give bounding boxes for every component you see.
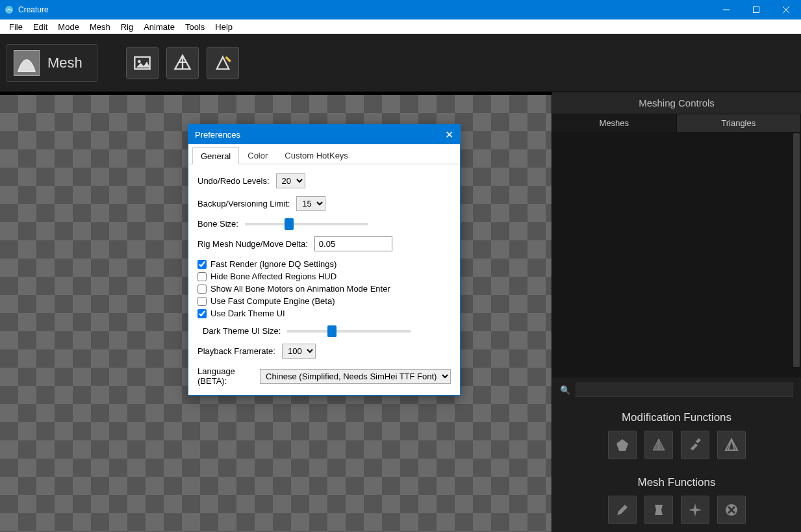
panel-title: Meshing Controls [552, 92, 801, 114]
show-bone-motors-label: Show All Bone Motors on Animation Mode E… [210, 284, 390, 294]
hide-bone-hud-label: Hide Bone Affected Regions HUD [210, 272, 337, 281]
menu-mode[interactable]: Mode [53, 21, 84, 33]
rig-nudge-input[interactable] [314, 236, 392, 251]
backup-limit-select[interactable]: 15 [296, 196, 325, 211]
menu-edit[interactable]: Edit [28, 21, 53, 33]
modification-functions-title: Modification Functions [552, 402, 801, 431]
backup-limit-label: Backup/Versioning Limit: [197, 199, 290, 209]
close-button[interactable] [771, 0, 801, 19]
hide-bone-hud-checkbox[interactable] [197, 272, 207, 281]
svg-point-0 [5, 6, 13, 14]
hammer-tool-button[interactable] [681, 431, 709, 459]
scrollbar[interactable] [793, 133, 800, 367]
mesh-fan-button[interactable] [717, 431, 746, 459]
search-row: 🔍 [552, 377, 801, 402]
dark-theme-label: Use Dark Theme UI [210, 309, 285, 318]
playback-framerate-label: Playback Framerate: [197, 346, 275, 356]
dark-theme-checkbox[interactable] [197, 309, 207, 318]
mode-indicator: Mesh [6, 44, 97, 82]
language-label: Language (BETA): [197, 366, 253, 386]
preferences-tabs: General Color Custom HotKeys [188, 144, 460, 164]
tab-general[interactable]: General [192, 147, 239, 164]
menubar: File Edit Mode Mesh Rig Animate Tools He… [0, 19, 801, 34]
tab-meshes[interactable]: Meshes [552, 114, 677, 132]
pencil-tool-button[interactable] [608, 496, 637, 524]
dark-theme-size-label: Dark Theme UI Size: [203, 326, 281, 336]
dark-theme-size-slider[interactable] [287, 330, 411, 333]
menu-animate[interactable]: Animate [138, 21, 180, 33]
search-input[interactable] [576, 383, 793, 397]
toolbar-mesh-button[interactable] [166, 47, 199, 79]
menu-help[interactable]: Help [210, 21, 238, 33]
menu-mesh[interactable]: Mesh [84, 21, 116, 33]
menu-file[interactable]: File [4, 21, 28, 33]
mesh-list[interactable] [552, 132, 801, 377]
tab-color[interactable]: Color [239, 147, 276, 164]
fast-render-label: Fast Render (Ignore DQ Settings) [210, 259, 337, 269]
language-select[interactable]: Chinese (Simplified, Needs SimHei TTF Fo… [260, 369, 451, 384]
bone-size-slider[interactable] [245, 223, 368, 225]
toolbar: Mesh [0, 34, 801, 92]
mesh-functions-title: Mesh Functions [552, 467, 801, 496]
vessel-tool-button[interactable] [644, 496, 673, 524]
preferences-dialog: Preferences ✕ General Color Custom HotKe… [188, 124, 461, 396]
fast-compute-label: Use Fast Compute Engine (Beta) [210, 296, 335, 306]
rig-nudge-label: Rig Mesh Nudge/Move Delta: [197, 239, 308, 249]
polygon-tool-button[interactable] [608, 431, 637, 459]
playback-framerate-select[interactable]: 100 [282, 344, 316, 359]
mode-label: Mesh [47, 55, 83, 71]
titlebar: Creature [0, 0, 801, 19]
mesh-mode-icon [14, 50, 40, 76]
tab-triangles[interactable]: Triangles [677, 114, 802, 132]
undo-redo-label: Undo/Redo Levels: [197, 176, 270, 186]
undo-redo-select[interactable]: 20 [276, 173, 305, 188]
toolbar-edit-mesh-button[interactable] [207, 47, 239, 79]
svg-point-7 [138, 60, 141, 63]
svg-marker-8 [617, 439, 628, 451]
toolbar-image-button[interactable] [126, 47, 159, 79]
fast-render-checkbox[interactable] [197, 260, 207, 269]
window-title: Creature [18, 5, 49, 14]
svg-rect-2 [754, 7, 759, 13]
triangulate-button[interactable] [644, 431, 673, 459]
tab-custom-hotkeys[interactable]: Custom HotKeys [276, 147, 357, 164]
show-bone-motors-checkbox[interactable] [197, 285, 207, 294]
menu-rig[interactable]: Rig [116, 21, 139, 33]
delete-tool-button[interactable] [717, 496, 746, 524]
spark-tool-button[interactable] [681, 496, 709, 524]
fast-compute-checkbox[interactable] [197, 297, 207, 306]
app-icon [4, 5, 14, 15]
meshing-controls-panel: Meshing Controls Meshes Triangles 🔍 Modi… [552, 92, 801, 532]
menu-tools[interactable]: Tools [180, 21, 210, 33]
bone-size-label: Bone Size: [197, 219, 238, 229]
preferences-title: Preferences [195, 130, 240, 140]
minimize-button[interactable] [711, 0, 741, 19]
preferences-close-button[interactable]: ✕ [445, 129, 453, 141]
preferences-header[interactable]: Preferences ✕ [188, 125, 460, 144]
search-icon: 🔍 [560, 385, 570, 395]
maximize-button[interactable] [741, 0, 771, 19]
